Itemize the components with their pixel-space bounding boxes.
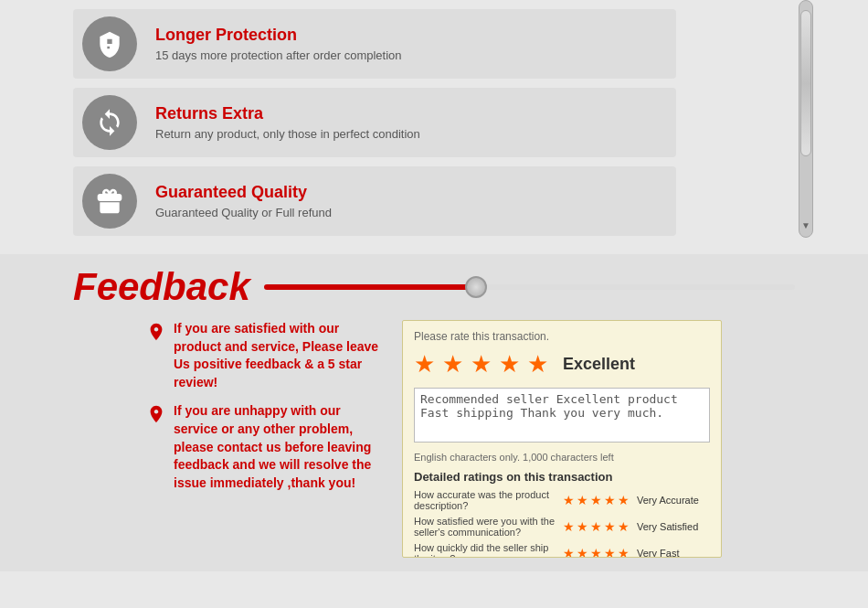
feedback-slider-thumb[interactable] <box>465 276 487 298</box>
rating-row-1: How satisfied were you with the seller's… <box>414 516 710 538</box>
bottom-section: If you are satisfied with our product an… <box>73 320 795 558</box>
feature-title-returns-extra: Returns Extra <box>155 104 420 123</box>
main-container: Longer Protection 15 days more protectio… <box>0 0 868 608</box>
feature-title-guaranteed-quality: Guaranteed Quality <box>155 183 332 202</box>
feedback-info: If you are satisfied with our product an… <box>146 320 384 558</box>
scrollbar-down-arrow[interactable]: ▼ <box>801 220 810 229</box>
feedback-info-text-1: If you are unhappy with our service or a… <box>174 402 384 492</box>
rating-question-1: How satisfied were you with the seller's… <box>414 516 556 538</box>
stars-row: ★ ★ ★ ★ ★ Excellent <box>414 350 710 379</box>
feature-text-guaranteed-quality: Guaranteed Quality Guaranteed Quality or… <box>155 183 332 219</box>
mini-star-0-3[interactable]: ★ <box>604 493 616 507</box>
feedback-form-box: Please rate this transaction. ★ ★ ★ ★ ★ … <box>402 320 722 558</box>
feature-desc-guaranteed-quality: Guaranteed Quality or Full refund <box>155 206 332 219</box>
rating-question-2: How quickly did the seller ship the item… <box>414 542 556 558</box>
star-4[interactable]: ★ <box>499 350 520 379</box>
feedback-info-text-0: If you are satisfied with our product an… <box>174 320 384 391</box>
feature-title-longer-protection: Longer Protection <box>155 26 402 45</box>
pin-icon-0 <box>146 322 166 342</box>
mini-star-2-0[interactable]: ★ <box>563 546 575 558</box>
feature-text-returns-extra: Returns Extra Return any product, only t… <box>155 104 420 141</box>
feedback-textarea[interactable] <box>414 388 710 443</box>
rating-question-0: How accurate was the product description… <box>414 489 556 511</box>
mini-star-2-2[interactable]: ★ <box>590 546 602 558</box>
scrollbar[interactable]: ▼ <box>799 0 813 238</box>
rating-label: Excellent <box>563 355 635 374</box>
rating-row-0: How accurate was the product description… <box>414 489 710 511</box>
mini-star-1-4[interactable]: ★ <box>618 519 630 534</box>
feedback-textarea-wrap <box>414 388 710 446</box>
rating-label-2: Very Fast <box>637 548 710 558</box>
gift-icon <box>82 174 137 229</box>
feature-text-longer-protection: Longer Protection 15 days more protectio… <box>155 26 402 62</box>
return-icon <box>82 95 137 150</box>
feedback-title: Feedback <box>73 268 250 306</box>
star-1[interactable]: ★ <box>414 350 435 379</box>
feature-item-guaranteed-quality: Guaranteed Quality Guaranteed Quality or… <box>73 166 676 236</box>
mini-star-1-0[interactable]: ★ <box>563 519 575 534</box>
mini-star-0-2[interactable]: ★ <box>590 493 602 507</box>
ratings-list: How accurate was the product description… <box>414 489 710 558</box>
feedback-header: Feedback <box>73 268 795 306</box>
mini-star-1-2[interactable]: ★ <box>590 519 602 534</box>
mini-stars-2: ★★★★★ <box>563 546 630 558</box>
mini-star-2-4[interactable]: ★ <box>618 546 630 558</box>
mini-star-0-0[interactable]: ★ <box>563 493 575 507</box>
mini-star-0-4[interactable]: ★ <box>618 493 630 507</box>
detailed-ratings-title: Detailed ratings on this transaction <box>414 470 710 484</box>
feedback-info-item-0: If you are satisfied with our product an… <box>146 320 384 391</box>
rate-prompt: Please rate this transaction. <box>414 330 710 343</box>
mini-star-0-1[interactable]: ★ <box>577 493 588 507</box>
rating-row-2: How quickly did the seller ship the item… <box>414 542 710 558</box>
feedback-section: Feedback If you are satisfied with our p… <box>0 254 868 571</box>
mini-star-1-1[interactable]: ★ <box>577 519 588 534</box>
pin-icon-1 <box>146 404 166 424</box>
star-3[interactable]: ★ <box>471 350 492 379</box>
feature-desc-returns-extra: Return any product, only those in perfec… <box>155 127 420 141</box>
rating-label-1: Very Satisfied <box>637 521 710 532</box>
mini-stars-0: ★★★★★ <box>563 493 630 507</box>
features-section: Longer Protection 15 days more protectio… <box>0 0 868 254</box>
scrollbar-thumb[interactable] <box>800 10 811 156</box>
mini-star-2-1[interactable]: ★ <box>577 546 588 558</box>
shield-icon <box>82 16 137 71</box>
char-count: English characters only. 1,000 character… <box>414 452 710 463</box>
mini-stars-1: ★★★★★ <box>563 519 630 534</box>
star-5[interactable]: ★ <box>527 350 548 379</box>
star-2[interactable]: ★ <box>442 350 463 379</box>
feedback-info-item-1: If you are unhappy with our service or a… <box>146 402 384 492</box>
feature-item-returns-extra: Returns Extra Return any product, only t… <box>73 88 676 157</box>
rating-label-0: Very Accurate <box>637 495 710 506</box>
feedback-slider-track[interactable] <box>264 284 795 290</box>
feature-desc-longer-protection: 15 days more protection after order comp… <box>155 48 402 62</box>
feature-item-longer-protection: Longer Protection 15 days more protectio… <box>73 9 676 79</box>
mini-star-1-3[interactable]: ★ <box>604 519 616 534</box>
mini-star-2-3[interactable]: ★ <box>604 546 616 558</box>
